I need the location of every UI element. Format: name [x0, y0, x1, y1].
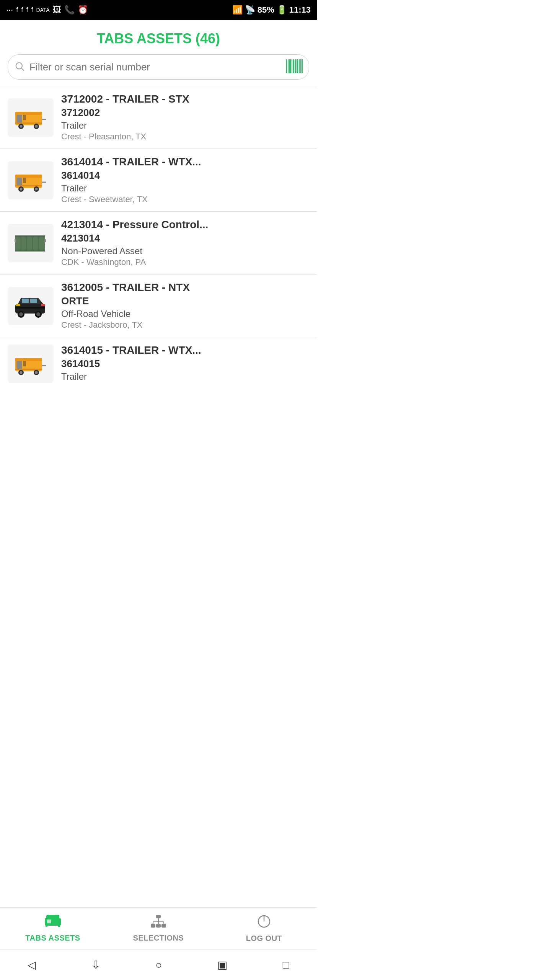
asset-image [8, 98, 54, 137]
asset-title: 3712002 - TRAILER - STX [61, 93, 309, 105]
battery-percentage: 85% [258, 5, 274, 15]
svg-point-45 [19, 312, 23, 316]
svg-rect-42 [22, 299, 29, 303]
page-title: TABS ASSETS (46) [0, 20, 317, 54]
svg-rect-60 [15, 369, 42, 370]
asset-title: 3612005 - TRAILER - NTX [61, 281, 309, 294]
list-item[interactable]: 4213014 - Pressure Control... 4213014 No… [0, 212, 317, 274]
svg-rect-50 [41, 304, 45, 306]
svg-rect-10 [300, 59, 302, 73]
main-content: TABS ASSETS (46) [0, 20, 317, 390]
svg-rect-2 [286, 59, 287, 73]
svg-rect-21 [15, 122, 42, 124]
svg-rect-43 [30, 299, 37, 303]
asset-id: 3712002 [61, 107, 309, 119]
facebook-icon-2: f [21, 6, 23, 14]
asset-location: CDK - Washington, PA [61, 257, 309, 267]
svg-rect-32 [15, 235, 45, 252]
time-display: 11:13 [289, 5, 311, 15]
svg-point-47 [36, 312, 40, 316]
facebook-icon-3: f [26, 6, 28, 14]
svg-rect-7 [295, 59, 296, 73]
asset-location: Crest - Jacksboro, TX [61, 320, 309, 330]
svg-rect-34 [15, 250, 45, 252]
asset-type: Trailer [61, 120, 309, 131]
search-icon [14, 61, 25, 73]
svg-rect-4 [289, 59, 291, 73]
svg-point-56 [20, 371, 23, 374]
svg-rect-3 [288, 59, 289, 73]
facebook-icon-4: f [31, 6, 33, 14]
asset-type: Trailer [61, 183, 309, 194]
svg-rect-9 [299, 59, 300, 73]
status-left-icons: ··· f f f f DATA 🖼 📞 ⏰ [6, 5, 88, 15]
svg-rect-31 [15, 185, 42, 186]
asset-details: 3614014 - TRAILER - WTX... 3614014 Trail… [61, 156, 309, 204]
svg-point-29 [35, 188, 38, 190]
svg-point-19 [35, 125, 38, 127]
svg-rect-33 [15, 235, 45, 237]
svg-rect-40 [44, 239, 46, 242]
status-bar: ··· f f f f DATA 🖼 📞 ⏰ 📶 📡 85% 🔋 11:13 [0, 0, 317, 20]
asset-details: 4213014 - Pressure Control... 4213014 No… [61, 219, 309, 267]
status-right-icons: 📶 📡 85% 🔋 11:13 [232, 5, 311, 15]
svg-rect-24 [16, 178, 22, 185]
search-bar[interactable] [8, 54, 309, 80]
svg-point-0 [16, 63, 22, 69]
asset-image [8, 287, 54, 325]
asset-image [8, 224, 54, 262]
list-item[interactable]: 3614015 - TRAILER - WTX... 3614015 Trail… [0, 337, 317, 390]
asset-title: 3614014 - TRAILER - WTX... [61, 156, 309, 168]
asset-location: Crest - Pleasanton, TX [61, 132, 309, 142]
svg-rect-48 [15, 307, 45, 309]
asset-details: 3614015 - TRAILER - WTX... 3614015 Trail… [61, 344, 309, 383]
asset-type: Trailer [61, 371, 309, 382]
asset-details: 3612005 - TRAILER - NTX ORTE Off-Road Ve… [61, 281, 309, 330]
clock-icon: ⏰ [78, 5, 88, 15]
facebook-icon: f [16, 6, 18, 14]
svg-rect-54 [23, 361, 26, 366]
asset-id: 4213014 [61, 232, 309, 244]
asset-id: 3614015 [61, 358, 309, 370]
list-item[interactable]: 3614014 - TRAILER - WTX... 3614014 Trail… [0, 149, 317, 212]
asset-title: 3614015 - TRAILER - WTX... [61, 344, 309, 356]
list-item[interactable]: 3712002 - TRAILER - STX 3712002 Trailer … [0, 86, 317, 149]
whatsapp-icon: 📞 [64, 5, 75, 15]
barcode-icon[interactable] [286, 59, 303, 75]
asset-title: 4213014 - Pressure Control... [61, 219, 309, 231]
svg-rect-53 [16, 361, 22, 369]
asset-id: ORTE [61, 295, 309, 307]
asset-location: Crest - Sweetwater, TX [61, 194, 309, 204]
svg-rect-15 [23, 115, 26, 120]
svg-point-17 [20, 125, 23, 127]
data-icon: DATA [36, 7, 49, 13]
svg-line-1 [21, 68, 24, 70]
svg-rect-13 [15, 112, 42, 115]
cell-signal-icon: 📡 [245, 5, 255, 15]
svg-rect-6 [293, 59, 294, 73]
wifi-icon: 📶 [232, 5, 243, 15]
svg-rect-39 [15, 239, 16, 242]
asset-type: Off-Road Vehicle [61, 309, 309, 319]
battery-icon: 🔋 [277, 5, 287, 15]
asset-details: 3712002 - TRAILER - STX 3712002 Trailer … [61, 93, 309, 142]
asset-image [8, 161, 54, 199]
asset-id: 3614014 [61, 170, 309, 181]
svg-rect-11 [302, 59, 303, 73]
asset-type: Non-Powered Asset [61, 246, 309, 256]
svg-rect-8 [297, 59, 298, 73]
svg-point-27 [20, 188, 23, 190]
svg-rect-49 [16, 304, 20, 306]
asset-list: 3712002 - TRAILER - STX 3712002 Trailer … [0, 86, 317, 390]
search-input[interactable] [29, 61, 286, 73]
image-icon: 🖼 [53, 5, 61, 15]
svg-point-58 [35, 371, 38, 374]
list-item[interactable]: 3612005 - TRAILER - NTX ORTE Off-Road Ve… [0, 274, 317, 337]
notification-dots: ··· [6, 5, 13, 15]
svg-rect-14 [16, 115, 22, 122]
svg-rect-5 [292, 59, 292, 73]
svg-rect-25 [23, 178, 26, 183]
asset-image [8, 345, 54, 383]
svg-rect-23 [15, 175, 42, 178]
svg-rect-52 [15, 358, 42, 361]
